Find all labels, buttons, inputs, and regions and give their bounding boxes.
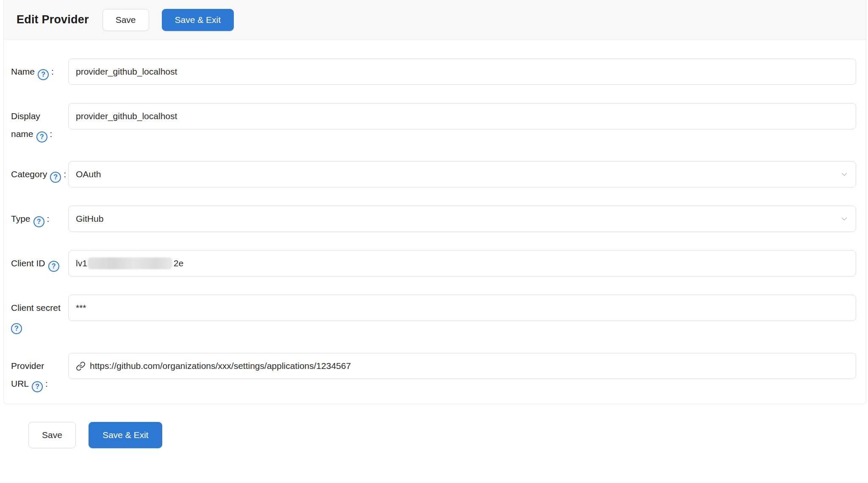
display-name-input[interactable]	[68, 103, 856, 129]
form-row-category: Category?: OAuth	[11, 161, 856, 187]
form-footer: Save Save & Exit	[0, 422, 162, 448]
display-name-label-line1: Display	[11, 107, 68, 125]
help-icon[interactable]: ?	[48, 261, 59, 272]
form-row-name: Name?:	[11, 59, 856, 85]
form-row-type: Type?: GitHub	[11, 206, 856, 232]
redacted-block	[88, 257, 172, 269]
form-row-client-id: Client ID? lv1 2e	[11, 250, 856, 276]
provider-url-value: https://github.com/organizations/xxx/set…	[90, 361, 351, 371]
help-icon[interactable]: ?	[38, 69, 49, 80]
label-colon: :	[64, 169, 66, 179]
category-select-value: OAuth	[76, 169, 101, 179]
client-id-label-text: Client ID	[11, 258, 45, 268]
category-label-text: Category	[11, 169, 47, 179]
help-icon[interactable]: ?	[11, 323, 22, 334]
label-colon: :	[47, 214, 50, 223]
name-input[interactable]	[68, 59, 856, 85]
client-id-label: Client ID?	[11, 250, 68, 272]
form-row-client-secret: Client secret?	[11, 295, 856, 335]
type-label: Type?:	[11, 206, 68, 228]
client-id-input[interactable]: lv1 2e	[68, 250, 856, 276]
label-colon: :	[50, 129, 53, 139]
type-select[interactable]: GitHub	[68, 206, 856, 232]
client-id-suffix: 2e	[174, 258, 183, 268]
save-button-top[interactable]: Save	[103, 9, 149, 31]
provider-form: Name?: Displayname?: Category?: OAuth	[4, 40, 866, 404]
name-label: Name?:	[11, 59, 68, 81]
save-exit-button-top[interactable]: Save & Exit	[162, 9, 234, 31]
help-icon[interactable]: ?	[36, 131, 47, 142]
edit-provider-card: Edit Provider Save Save & Exit Name?: Di…	[3, 0, 866, 404]
category-label: Category?:	[11, 161, 68, 183]
save-exit-button-bottom[interactable]: Save & Exit	[89, 422, 163, 448]
provider-url-label: ProviderURL?:	[11, 353, 68, 393]
form-row-display-name: Displayname?:	[11, 103, 856, 143]
client-secret-input[interactable]	[68, 295, 856, 321]
name-label-text: Name	[11, 67, 35, 76]
help-icon[interactable]: ?	[32, 381, 43, 392]
form-row-provider-url: ProviderURL?: https://github.com/organiz…	[11, 353, 856, 393]
chevron-down-icon	[840, 170, 848, 178]
link-icon	[76, 361, 86, 371]
save-button-bottom[interactable]: Save	[28, 422, 76, 448]
category-select[interactable]: OAuth	[68, 161, 856, 187]
label-colon: :	[45, 379, 48, 388]
client-secret-label: Client secret?	[11, 295, 68, 335]
label-colon: :	[51, 67, 54, 76]
client-id-prefix: lv1	[76, 258, 87, 268]
page-title: Edit Provider	[17, 13, 89, 26]
display-name-label-line2: name	[11, 129, 33, 139]
chevron-down-icon	[840, 215, 848, 223]
provider-url-label-line1: Provider	[11, 357, 68, 375]
provider-url-input[interactable]: https://github.com/organizations/xxx/set…	[68, 353, 856, 379]
card-header: Edit Provider Save Save & Exit	[4, 0, 866, 40]
client-secret-label-text: Client secret	[11, 299, 68, 317]
type-select-value: GitHub	[76, 214, 103, 224]
provider-url-label-line2: URL	[11, 379, 29, 388]
type-label-text: Type	[11, 214, 31, 223]
help-icon[interactable]: ?	[33, 216, 44, 227]
display-name-label: Displayname?:	[11, 103, 68, 143]
help-icon[interactable]: ?	[50, 172, 61, 183]
